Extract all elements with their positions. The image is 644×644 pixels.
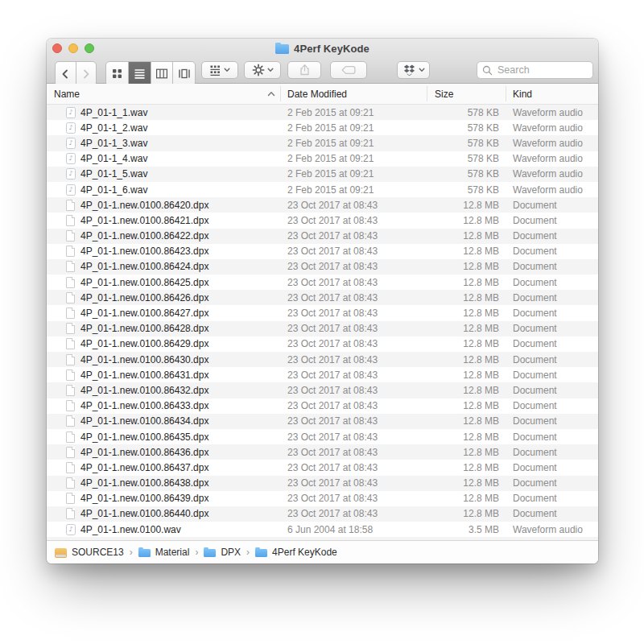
- window-title-group: 4Perf KeyKode: [47, 39, 598, 58]
- file-name: 4P_01-1.new.0100.wav: [80, 522, 181, 537]
- list-view-button[interactable]: [128, 62, 151, 85]
- file-row[interactable]: 4P_01-1.new.0100.86422.dpx 23 Oct 2017 a…: [47, 229, 598, 244]
- audio-file-icon: ♪: [66, 153, 76, 164]
- path-bar-item[interactable]: Material: [138, 547, 190, 558]
- tag-button[interactable]: [330, 61, 367, 79]
- back-button[interactable]: [56, 62, 76, 85]
- file-date-modified: 23 Oct 2017 at 08:43: [287, 197, 378, 213]
- file-row[interactable]: ♪ 4P_01-1_3.wav 2 Feb 2015 at 09:21 578 …: [47, 135, 598, 151]
- file-row[interactable]: ♪ 4P_01-1_4.wav 2 Feb 2015 at 09:21 578 …: [47, 151, 598, 167]
- path-bar-item[interactable]: 4Perf KeyKode: [255, 547, 337, 558]
- file-name: 4P_01-1.new.0100.86426.dpx: [80, 290, 208, 305]
- file-date-modified: 2 Feb 2015 at 09:21: [287, 105, 374, 120]
- file-row[interactable]: 4P_01-1.new.0100.86440.dpx 23 Oct 2017 a…: [47, 506, 598, 522]
- file-row[interactable]: ♪ 4P_01-1.new.0100.wav 6 Jun 2004 at 18:…: [47, 522, 598, 537]
- file-row[interactable]: 4P_01-1.new.0100.86421.dpx 23 Oct 2017 a…: [47, 213, 598, 228]
- document-file-icon: [66, 493, 75, 504]
- chevron-down-icon: [419, 68, 425, 72]
- search-field[interactable]: [477, 61, 593, 79]
- tag-icon: [341, 64, 357, 76]
- icon-view-button[interactable]: [106, 62, 128, 85]
- share-icon: [299, 64, 311, 76]
- audio-file-icon: ♪: [66, 184, 76, 196]
- file-row[interactable]: 4P_01-1.new.0100.86425.dpx 23 Oct 2017 a…: [47, 275, 598, 290]
- column-divider[interactable]: [506, 86, 506, 101]
- file-row[interactable]: 4P_01-1.new.0100.86423.dpx 23 Oct 2017 a…: [47, 244, 598, 259]
- coverflow-view-button[interactable]: [172, 62, 195, 85]
- dropbox-menu-button[interactable]: [397, 61, 430, 79]
- file-date-modified: 6 Jun 2004 at 18:58: [287, 522, 373, 537]
- file-date-modified: 23 Oct 2017 at 08:43: [287, 429, 378, 444]
- column-view-button[interactable]: [151, 62, 173, 85]
- file-row[interactable]: ♪ 4P_01-1_2.wav 2 Feb 2015 at 09:21 578 …: [47, 120, 598, 135]
- audio-file-icon: ♪: [66, 107, 76, 118]
- file-kind: Waveform audio: [513, 105, 583, 120]
- file-row[interactable]: 4P_01-1.new.0100.86428.dpx 23 Oct 2017 a…: [47, 321, 598, 336]
- file-row[interactable]: 4P_01-1.new.0100.86426.dpx 23 Oct 2017 a…: [47, 290, 598, 305]
- action-menu-button[interactable]: [244, 61, 281, 79]
- file-row[interactable]: 4P_01-1.new.0100.86430.dpx 23 Oct 2017 a…: [47, 352, 598, 367]
- column-header-date-modified[interactable]: Date Modified: [287, 84, 347, 104]
- forward-button[interactable]: [76, 62, 97, 85]
- column-header-name[interactable]: Name: [54, 84, 80, 104]
- file-row[interactable]: ♪ 4P_01-1_6.wav 2 Feb 2015 at 09:21 578 …: [47, 182, 598, 197]
- path-bar-item[interactable]: SOURCE13: [55, 547, 124, 558]
- group-by-button[interactable]: [201, 61, 238, 79]
- chevron-right-icon: [81, 68, 91, 80]
- file-name: 4P_01-1_3.wav: [80, 135, 147, 151]
- title-bar[interactable]: 4Perf KeyKode: [47, 39, 598, 58]
- file-date-modified: 23 Oct 2017 at 08:43: [287, 213, 378, 228]
- file-row[interactable]: 4P_01-1.new.0100.86437.dpx 23 Oct 2017 a…: [47, 460, 598, 475]
- file-row[interactable]: 4P_01-1.new.0100.86424.dpx 23 Oct 2017 a…: [47, 259, 598, 275]
- file-row[interactable]: ♪ 4P_01-1_1.wav 2 Feb 2015 at 09:21 578 …: [47, 105, 598, 120]
- file-kind: Document: [513, 213, 557, 228]
- document-file-icon: [66, 508, 75, 519]
- file-row[interactable]: 4P_01-1.new.0100.86435.dpx 23 Oct 2017 a…: [47, 429, 598, 444]
- file-row[interactable]: 4P_01-1.new.0100.86429.dpx 23 Oct 2017 a…: [47, 336, 598, 352]
- document-file-icon: [66, 261, 75, 272]
- file-row[interactable]: 4P_01-1.new.0100.86427.dpx 23 Oct 2017 a…: [47, 305, 598, 320]
- column-divider[interactable]: [280, 86, 281, 101]
- column-header-size[interactable]: Size: [435, 84, 453, 104]
- document-file-icon: [66, 323, 75, 334]
- file-date-modified: 23 Oct 2017 at 08:43: [287, 382, 378, 398]
- path-separator-icon: ›: [195, 547, 198, 558]
- column-header-kind[interactable]: Kind: [513, 84, 532, 104]
- document-file-icon: [66, 230, 75, 242]
- file-kind: Waveform audio: [513, 135, 583, 151]
- file-size: 12.8 MB: [427, 414, 499, 429]
- column-divider[interactable]: [427, 86, 427, 101]
- file-size: 12.8 MB: [427, 305, 499, 320]
- file-name: 4P_01-1.new.0100.86425.dpx: [80, 275, 208, 290]
- path-bar-item[interactable]: DPX: [204, 547, 241, 558]
- file-row[interactable]: 4P_01-1.new.0100.86439.dpx 23 Oct 2017 a…: [47, 491, 598, 506]
- file-row[interactable]: ♪ 4P_01-1_5.wav 2 Feb 2015 at 09:21 578 …: [47, 167, 598, 182]
- search-input[interactable]: [496, 64, 588, 76]
- file-name: 4P_01-1.new.0100.86424.dpx: [80, 259, 208, 275]
- file-row[interactable]: 4P_01-1.new.0100.86431.dpx 23 Oct 2017 a…: [47, 367, 598, 382]
- path-bar: SOURCE13 › Material › DPX › 4Perf KeyKod…: [47, 540, 598, 564]
- file-kind: Document: [513, 336, 557, 352]
- file-name: 4P_01-1_6.wav: [80, 182, 147, 197]
- document-file-icon: [66, 400, 75, 411]
- share-button[interactable]: [287, 61, 321, 79]
- file-kind: Waveform audio: [513, 151, 583, 167]
- file-name: 4P_01-1.new.0100.86439.dpx: [80, 491, 208, 506]
- file-row[interactable]: 4P_01-1.new.0100.86438.dpx 23 Oct 2017 a…: [47, 476, 598, 491]
- file-date-modified: 23 Oct 2017 at 08:43: [287, 305, 378, 320]
- file-row[interactable]: 4P_01-1.new.0100.86432.dpx 23 Oct 2017 a…: [47, 382, 598, 398]
- finder-window: 4Perf KeyKode: [47, 39, 598, 564]
- view-mode-control: [105, 61, 196, 86]
- file-row[interactable]: 4P_01-1.new.0100.86436.dpx 23 Oct 2017 a…: [47, 444, 598, 460]
- file-size: 12.8 MB: [427, 444, 499, 460]
- file-row[interactable]: 4P_01-1.new.0100.86434.dpx 23 Oct 2017 a…: [47, 414, 598, 429]
- file-kind: Waveform audio: [513, 120, 583, 135]
- file-kind: Document: [513, 382, 557, 398]
- folder-icon: [275, 44, 289, 54]
- file-list: ♪ 4P_01-1_1.wav 2 Feb 2015 at 09:21 578 …: [47, 105, 598, 541]
- file-size: 578 KB: [427, 105, 499, 120]
- file-row[interactable]: 4P_01-1.new.0100.86420.dpx 23 Oct 2017 a…: [47, 197, 598, 213]
- file-row[interactable]: 4P_01-1.new.0100.86433.dpx 23 Oct 2017 a…: [47, 398, 598, 414]
- file-kind: Document: [513, 398, 557, 414]
- file-name: 4P_01-1_2.wav: [80, 120, 147, 135]
